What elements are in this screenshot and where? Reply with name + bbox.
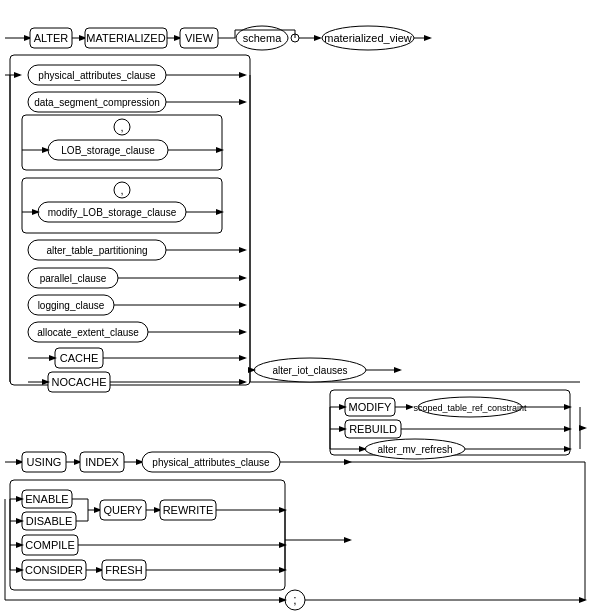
materialized-label: MATERIALIZED bbox=[86, 32, 165, 44]
rewrite-label: REWRITE bbox=[163, 504, 214, 516]
fresh-label: FRESH bbox=[105, 564, 142, 576]
nocache-label: NOCACHE bbox=[51, 376, 106, 388]
semicolon-label: ; bbox=[293, 593, 296, 607]
logging-label: logging_clause bbox=[38, 300, 105, 311]
lob-storage-label: LOB_storage_clause bbox=[61, 145, 155, 156]
alter-table-part-label: alter_table_partitioning bbox=[46, 245, 147, 256]
index-label: INDEX bbox=[85, 456, 119, 468]
query-label: QUERY bbox=[104, 504, 144, 516]
data-seg-label: data_segment_compression bbox=[34, 97, 160, 108]
scoped-label: scoped_table_ref_constraint bbox=[413, 403, 527, 413]
enable-label: ENABLE bbox=[25, 493, 68, 505]
physical-attr2-label: physical_attributes_clause bbox=[152, 457, 270, 468]
modify-label: MODIFY bbox=[349, 401, 392, 413]
view-label: VIEW bbox=[185, 32, 214, 44]
physical-attr-label: physical_attributes_clause bbox=[38, 70, 156, 81]
consider-label: CONSIDER bbox=[25, 564, 83, 576]
compile-label: COMPILE bbox=[25, 539, 75, 551]
alter-iot-label: alter_iot_clauses bbox=[272, 365, 347, 376]
comma2-label: , bbox=[120, 184, 123, 196]
modify-lob-label: modify_LOB_storage_clause bbox=[48, 207, 177, 218]
cache-label: CACHE bbox=[60, 352, 99, 364]
using-label: USING bbox=[27, 456, 62, 468]
rebuild-label: REBUILD bbox=[349, 423, 397, 435]
mv-label: materialized_view bbox=[324, 32, 411, 44]
comma1-label: , bbox=[120, 121, 123, 133]
alter-label: ALTER bbox=[34, 32, 69, 44]
allocate-label: allocate_extent_clause bbox=[37, 327, 139, 338]
schema-label: schema bbox=[243, 32, 282, 44]
parallel-label: parallel_clause bbox=[40, 273, 107, 284]
alter-mv-refresh-label: alter_mv_refresh bbox=[377, 444, 452, 455]
disable-label: DISABLE bbox=[26, 515, 72, 527]
